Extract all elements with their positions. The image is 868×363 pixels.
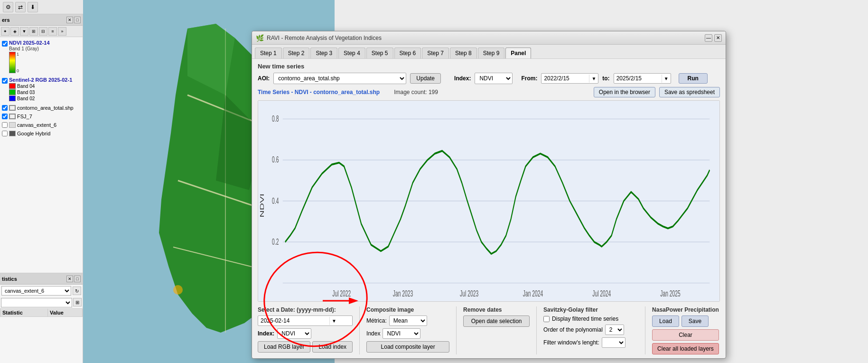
tab-step4[interactable]: Step 4 bbox=[338, 48, 365, 58]
aoi-select[interactable]: contorno_area_total.shp bbox=[273, 73, 406, 84]
band03-swatch bbox=[9, 89, 16, 95]
layers-float-icon[interactable]: □ bbox=[74, 17, 81, 23]
aoi-label: AOI: bbox=[258, 75, 270, 82]
from-date-dropdown-icon[interactable]: ▼ bbox=[589, 75, 598, 83]
tab-step2[interactable]: Step 2 bbox=[283, 48, 310, 58]
stats-refresh-icon[interactable]: ↻ bbox=[73, 287, 81, 295]
layer-name-google[interactable]: Google Hybrid bbox=[17, 131, 50, 136]
stats-mode-select[interactable] bbox=[1, 298, 72, 307]
composite-title: Composite image bbox=[366, 306, 449, 313]
dialog-minimize-btn[interactable]: — bbox=[705, 34, 712, 42]
remove-dates-group: Remove dates Open date selection bbox=[463, 306, 530, 327]
layer-checkbox-google[interactable] bbox=[2, 131, 8, 136]
filter-window-label: Filter window's lenght: bbox=[543, 339, 599, 346]
metrica-select[interactable]: Mean Median Max Min bbox=[389, 315, 427, 326]
tab-step5[interactable]: Step 5 bbox=[366, 48, 393, 58]
stats-close-icon[interactable]: ✕ bbox=[66, 276, 73, 282]
toolbar-icon-download[interactable]: ⬇ bbox=[28, 2, 38, 12]
tab-step8[interactable]: Step 8 bbox=[450, 48, 477, 58]
order-label: Order of the polynomial bbox=[543, 326, 603, 333]
separator-4 bbox=[645, 306, 645, 354]
run-button[interactable]: Run bbox=[679, 73, 708, 84]
band04-label: Band 04 bbox=[17, 84, 35, 89]
nasa-clear-all-button[interactable]: Clear all loaded layers bbox=[652, 343, 719, 354]
svg-point-9 bbox=[173, 285, 183, 295]
update-button[interactable]: Update bbox=[410, 73, 441, 84]
layer-name-contorno[interactable]: contorno_area_total.shp bbox=[17, 105, 74, 111]
composite-index-select[interactable]: NDVI bbox=[383, 328, 420, 339]
layer-tool-2[interactable]: ◈ bbox=[10, 27, 19, 36]
contorno-swatch bbox=[9, 105, 16, 111]
stats-col-statistic: Statistic bbox=[0, 309, 48, 317]
chart-wrapper: 0.8 0.6 0.4 0.2 NDVI Jul 2022 Jan 2023 J… bbox=[258, 100, 720, 302]
tab-step1[interactable]: Step 1 bbox=[255, 48, 282, 58]
layer-tool-6[interactable]: ≡ bbox=[48, 27, 57, 36]
layers-close-icon[interactable]: ✕ bbox=[66, 17, 73, 23]
display-filtered-checkbox[interactable] bbox=[543, 316, 550, 322]
save-spreadsheet-button[interactable]: Save as spredsheet bbox=[659, 87, 720, 97]
toolbar-icon-swap[interactable]: ⇄ bbox=[15, 2, 26, 12]
layer-name-sentinel[interactable]: Sentinel-2 RGB 2025-02-1 bbox=[9, 77, 72, 83]
svg-text:0.6: 0.6 bbox=[272, 154, 279, 164]
layer-item-ndvi: NDVI 2025-02-14 Band 1 (Gray) 1 0 bbox=[1, 39, 82, 74]
layer-checkbox-ndvi[interactable] bbox=[2, 41, 8, 47]
from-date-input[interactable] bbox=[541, 74, 589, 83]
toolbar-icon-settings[interactable]: ⚙ bbox=[3, 2, 13, 12]
load-rgb-button[interactable]: Load RGB layer bbox=[258, 341, 310, 353]
dialog-close-btn[interactable]: ✕ bbox=[714, 34, 722, 42]
aoi-row: AOI: contorno_area_total.shp Update Inde… bbox=[258, 73, 720, 84]
tab-panel[interactable]: Panel bbox=[505, 48, 531, 58]
layer-band-ndvi: Band 1 (Gray) bbox=[9, 46, 50, 51]
nasa-save-button[interactable]: Save bbox=[681, 315, 709, 327]
composite-index-label: Index bbox=[366, 330, 380, 337]
open-date-selection-button[interactable]: Open date selection bbox=[463, 315, 530, 327]
layers-list: NDVI 2025-02-14 Band 1 (Gray) 1 0 Sentin… bbox=[0, 37, 83, 273]
layer-tool-7[interactable]: » bbox=[58, 27, 66, 36]
to-label: to: bbox=[602, 75, 609, 82]
filter-window-select[interactable] bbox=[602, 337, 625, 348]
stats-float-icon[interactable]: □ bbox=[74, 276, 81, 282]
load-index-button[interactable]: Load index bbox=[312, 341, 353, 353]
stats-action-icon[interactable]: ⊞ bbox=[73, 298, 82, 306]
svg-text:Jul 2024: Jul 2024 bbox=[592, 288, 611, 298]
tab-step7[interactable]: Step 7 bbox=[422, 48, 449, 58]
metrica-label: Métrica: bbox=[366, 317, 387, 324]
layer-tool-4[interactable]: ⊞ bbox=[29, 27, 38, 36]
stats-title: tistics bbox=[2, 276, 17, 282]
layer-name-fsj[interactable]: FSJ_7 bbox=[17, 114, 32, 119]
tab-step6[interactable]: Step 6 bbox=[394, 48, 421, 58]
layer-checkbox-fsj[interactable] bbox=[2, 114, 8, 119]
nasa-group: NasaPower Precipitation Load Save Clear … bbox=[652, 306, 719, 354]
nasa-clear-button[interactable]: Clear bbox=[652, 329, 719, 341]
layer-checkbox-contorno[interactable] bbox=[2, 105, 8, 111]
dialog-tabs: Step 1 Step 2 Step 3 Step 4 Step 5 Step … bbox=[252, 45, 726, 59]
layer-checkbox-sentinel[interactable] bbox=[2, 78, 8, 84]
separator-1 bbox=[359, 306, 360, 354]
order-select[interactable]: 2 bbox=[605, 325, 624, 335]
date-value-input[interactable] bbox=[258, 316, 329, 325]
composite-group: Composite image Métrica: Mean Median Max… bbox=[366, 306, 449, 353]
bottom-controls: Select a Date: (yyyy-mm-dd): ▼ Index: ND… bbox=[258, 305, 720, 354]
index-select[interactable]: NDVI bbox=[475, 73, 513, 84]
stats-layer-select[interactable]: canvas_extent_6 bbox=[1, 286, 71, 296]
load-composite-button[interactable]: Load composite layer bbox=[366, 341, 449, 353]
layer-item-canvas: canvas_extent_6 bbox=[1, 121, 82, 129]
date-dropdown-icon[interactable]: ▼ bbox=[329, 317, 338, 325]
to-date-input[interactable] bbox=[614, 74, 662, 83]
svg-text:Jan 2023: Jan 2023 bbox=[393, 288, 413, 298]
to-date-dropdown-icon[interactable]: ▼ bbox=[662, 75, 671, 83]
nasa-load-button[interactable]: Load bbox=[652, 315, 679, 327]
date-select-label: Select a Date: (yyyy-mm-dd): bbox=[258, 306, 353, 313]
section-title: New time series bbox=[258, 63, 720, 70]
layer-tool-5[interactable]: ⊟ bbox=[39, 27, 47, 36]
layer-checkbox-canvas[interactable] bbox=[2, 122, 8, 128]
tab-step3[interactable]: Step 3 bbox=[310, 48, 337, 58]
svg-text:0.8: 0.8 bbox=[272, 114, 279, 124]
layer-tool-3[interactable]: ▼ bbox=[20, 27, 28, 36]
tab-step9[interactable]: Step 9 bbox=[478, 48, 505, 58]
open-browser-button[interactable]: Open in the browser bbox=[594, 87, 655, 97]
layer-name-canvas[interactable]: canvas_extent_6 bbox=[17, 122, 56, 128]
index-ctrl-select[interactable]: NDVI bbox=[278, 329, 311, 338]
layer-name-ndvi[interactable]: NDVI 2025-02-14 bbox=[9, 40, 50, 46]
layer-tool-1[interactable]: ✦ bbox=[1, 27, 9, 36]
